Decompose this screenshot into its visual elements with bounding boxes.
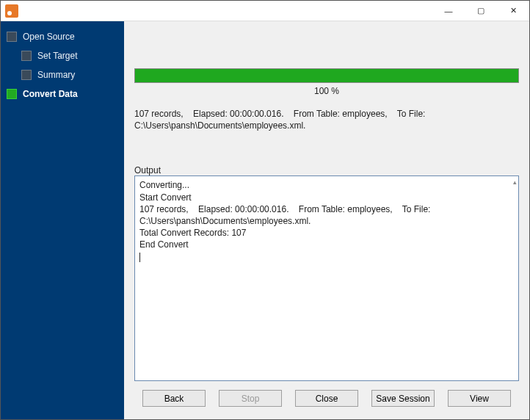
progress-bar [134,68,519,83]
text-caret [139,253,140,262]
status-text: 107 records, Elapsed: 00:00:00.016. From… [134,108,519,131]
output-label: Output [134,165,519,175]
scroll-up-icon: ▴ [513,178,517,187]
window-close-button[interactable]: ✕ [497,1,529,21]
window-controls: — ▢ ✕ [432,1,529,21]
progress-section: 100 % [134,68,519,96]
progress-fill [135,69,518,82]
step-indicator-icon [7,32,17,42]
sidebar: Open Source Set Target Summary Convert D… [1,21,124,420]
progress-label: 100 % [134,86,519,96]
view-button[interactable]: View [448,390,511,407]
save-session-button[interactable]: Save Session [371,390,435,407]
titlebar: — ▢ ✕ [1,1,529,21]
sidebar-item-label: Open Source [23,32,75,42]
minimize-button[interactable]: — [432,1,465,21]
sidebar-item-convert-data[interactable]: Convert Data [1,84,124,104]
sidebar-item-label: Summary [37,70,75,80]
main-panel: 100 % 107 records, Elapsed: 00:00:00.016… [124,21,529,420]
maximize-button[interactable]: ▢ [465,1,497,21]
step-indicator-icon [7,89,17,99]
stop-button: Stop [219,390,282,407]
button-row: Back Stop Close Save Session View [134,390,519,410]
sidebar-item-open-source[interactable]: Open Source [1,27,124,46]
output-textarea[interactable]: Converting... Start Convert 107 records,… [134,175,519,381]
app-icon [5,4,18,18]
step-indicator-icon [21,51,32,61]
sidebar-item-summary[interactable]: Summary [1,65,124,84]
sidebar-item-set-target[interactable]: Set Target [1,46,124,65]
back-button[interactable]: Back [142,390,206,407]
step-indicator-icon [21,70,32,80]
output-content: Converting... Start Convert 107 records,… [139,180,433,250]
sidebar-item-label: Set Target [37,51,77,61]
close-button[interactable]: Close [295,390,358,407]
sidebar-item-label: Convert Data [23,89,78,99]
